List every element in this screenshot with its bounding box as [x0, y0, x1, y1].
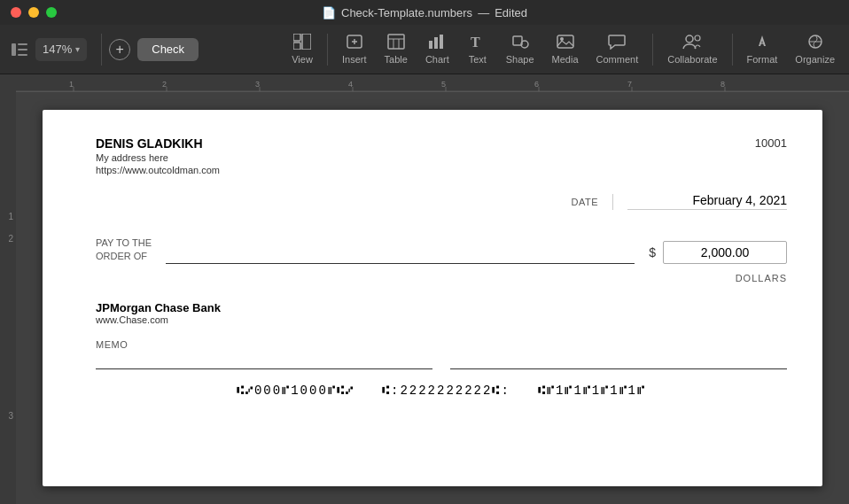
table-button[interactable]: Table [378, 30, 415, 68]
amount-field[interactable]: 2,000.00 [663, 241, 787, 264]
document-area: DENIS GLADKIKH My address here https://w… [16, 92, 849, 504]
row-num-1 [0, 92, 16, 198]
shape-label: Shape [506, 54, 534, 65]
text-label: Text [469, 54, 487, 65]
plus-icon: + [116, 42, 124, 58]
bottom-section: MEMO [96, 339, 787, 369]
svg-rect-1 [18, 43, 27, 45]
comment-label: Comment [596, 54, 639, 65]
row-num-4: 3 [0, 411, 16, 482]
memo-label: MEMO [96, 339, 432, 350]
title-separator: — [478, 6, 489, 19]
svg-rect-3 [18, 54, 27, 56]
bank-url: www.Chase.com [96, 314, 787, 325]
svg-point-22 [686, 35, 693, 43]
check-sender: DENIS GLADKIKH My address here https://w… [96, 136, 220, 175]
close-button[interactable] [11, 7, 21, 18]
add-sheet-button[interactable]: + [109, 39, 130, 60]
insert-label: Insert [342, 54, 367, 65]
format-icon [753, 34, 771, 52]
text-button[interactable]: T Text [460, 30, 495, 68]
collaborate-label: Collaborate [667, 54, 717, 65]
collaborate-button[interactable]: Collaborate [660, 30, 724, 68]
toolbar-sep-4 [732, 34, 733, 66]
chart-label: Chart [425, 54, 449, 65]
dollar-sign: $ [649, 245, 656, 260]
maximize-button[interactable] [46, 7, 57, 18]
date-label: DATE [571, 197, 598, 207]
media-icon [557, 34, 574, 52]
svg-point-23 [695, 35, 700, 41]
chart-button[interactable]: Chart [418, 30, 456, 68]
svg-text:T: T [471, 35, 480, 50]
check-number: 10001 [755, 136, 787, 150]
toolbar-sep-1 [101, 34, 102, 66]
format-button[interactable]: Format [740, 30, 785, 68]
view-button[interactable]: View [284, 30, 320, 68]
row-num-2: 1 [0, 198, 16, 234]
shape-button[interactable]: Shape [499, 30, 541, 68]
signature-line[interactable] [450, 353, 787, 369]
sender-name: DENIS GLADKIKH [96, 136, 220, 151]
check-header: DENIS GLADKIKH My address here https://w… [96, 136, 787, 175]
chart-icon [428, 34, 446, 52]
svg-text:7: 7 [627, 80, 632, 89]
pay-label: PAY TO THEORDER OF [96, 236, 152, 264]
toolbar-sep-2 [327, 34, 328, 66]
row-numbers: 1 2 3 [0, 74, 16, 504]
table-icon [387, 34, 405, 52]
svg-rect-10 [388, 35, 404, 49]
svg-text:5: 5 [441, 80, 446, 89]
svg-rect-5 [293, 43, 300, 50]
insert-icon [346, 34, 363, 52]
view-label: View [292, 54, 313, 65]
format-label: Format [747, 54, 778, 65]
toolbar-left: 147% ▾ [7, 37, 87, 62]
pay-to-line[interactable] [166, 246, 635, 264]
svg-rect-20 [557, 35, 573, 48]
micr-line: ⑆⑇000⑈1000⑈⑆⑇ ⑆:2222222222⑆: ⑆⑈1⑈1⑈1⑈1⑈1… [96, 384, 787, 398]
svg-rect-16 [440, 35, 443, 49]
view-icon [293, 34, 311, 52]
svg-text:3: 3 [255, 80, 260, 89]
comment-icon [608, 34, 626, 52]
memo-section: MEMO [96, 339, 432, 369]
comment-button[interactable]: Comment [589, 30, 646, 68]
minimize-button[interactable] [28, 7, 39, 18]
title-bar: 📄 Check-Template.numbers — Edited [0, 0, 849, 25]
pay-section: PAY TO THEORDER OF $ 2,000.00 [96, 236, 787, 264]
canvas-wrapper[interactable]: 1 2 3 4 5 6 7 8 [16, 74, 849, 504]
svg-rect-15 [434, 37, 438, 49]
table-label: Table [385, 54, 408, 65]
sender-address: My address here [96, 152, 220, 163]
svg-text:6: 6 [534, 80, 539, 89]
zoom-chevron-icon: ▾ [75, 44, 80, 54]
svg-rect-6 [302, 34, 311, 50]
date-value[interactable]: February 4, 2021 [627, 193, 787, 210]
micr-numbers: ⑆⑇000⑈1000⑈⑆⑇ ⑆:2222222222⑆: ⑆⑈1⑈1⑈1⑈1⑈1… [237, 384, 646, 398]
insert-button[interactable]: Insert [335, 30, 374, 68]
sender-url: https://www.outcoldman.com [96, 165, 220, 175]
amount-box: $ 2,000.00 [649, 241, 787, 264]
edit-status: Edited [495, 6, 527, 19]
dollars-label: DOLLARS [96, 273, 787, 283]
row-num-3: 2 [0, 234, 16, 411]
ruler: 1 2 3 4 5 6 7 8 [16, 74, 849, 92]
organize-icon [806, 34, 824, 52]
memo-line[interactable] [96, 353, 432, 369]
svg-text:8: 8 [720, 80, 725, 89]
svg-text:1: 1 [69, 80, 74, 89]
document-icon: 📄 [322, 6, 336, 19]
check-tab-button[interactable]: Check [137, 38, 199, 61]
shape-icon [511, 34, 529, 52]
svg-rect-2 [18, 49, 27, 50]
sidebar-toggle-button[interactable] [7, 37, 32, 62]
toolbar-sep-3 [652, 34, 653, 66]
media-button[interactable]: Media [545, 30, 586, 68]
svg-rect-14 [429, 41, 432, 49]
toolbar: 147% ▾ + Check View Insert [0, 25, 849, 74]
zoom-value: 147% [43, 43, 72, 56]
check-page: DENIS GLADKIKH My address here https://w… [43, 110, 822, 486]
organize-button[interactable]: Organize [788, 30, 842, 68]
zoom-control[interactable]: 147% ▾ [35, 38, 87, 61]
